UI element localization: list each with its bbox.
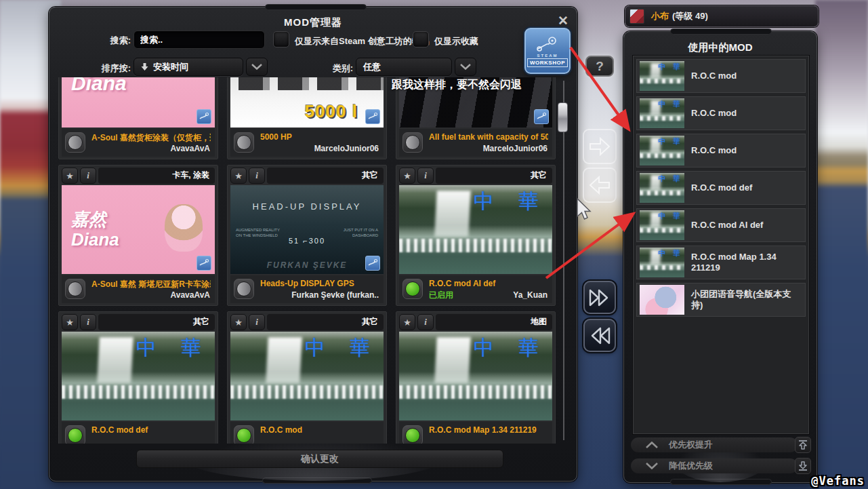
mod-enable-toggle[interactable] [234, 425, 254, 444]
active-mod-item[interactable]: 中 華 R.O.C mod def [636, 171, 806, 205]
mod-category-label: 其它 [436, 168, 552, 184]
toggle-knob [68, 428, 83, 443]
move-to-top-button[interactable] [795, 437, 811, 453]
chevron-up-icon [646, 442, 658, 448]
favorites-filter-checkbox[interactable] [413, 31, 429, 47]
user-badge[interactable]: 小布 (等级 49) [625, 5, 819, 27]
thumbnail-text: 中 華 [474, 334, 548, 362]
favorite-star-button[interactable]: ★ [230, 168, 247, 184]
favorite-star-button[interactable]: ★ [399, 314, 415, 330]
mod-enable-toggle[interactable] [234, 279, 254, 299]
category-dropdown[interactable]: 任意 [356, 58, 452, 76]
raise-priority-button[interactable]: 优先权提升 [631, 437, 798, 452]
raise-priority-label: 优先权提升 [669, 439, 713, 451]
steam-workshop-badge-icon [365, 256, 380, 271]
deactivate-mod-button[interactable] [583, 168, 617, 203]
mod-thumbnail: HEAD-UP DISPLAY AUGMENTED REALITY ON THE… [230, 185, 384, 274]
mod-meta-bar: R.O.C mod AI def 已启用 Ya_Kuan [399, 275, 552, 303]
steam-logo-icon [536, 35, 559, 53]
mod-enable-toggle[interactable] [234, 132, 254, 153]
chevron-down-icon [251, 64, 262, 70]
mod-thumbnail: 嘉然 Diana [62, 185, 215, 274]
sort-label: 排序按: [77, 62, 131, 75]
mod-enable-toggle[interactable] [65, 132, 85, 153]
grid-scrollbar-thumb[interactable] [558, 102, 568, 132]
mod-grid-viewport: ★ i Diana A-Soul 嘉然货柜涂装（仅货柜，适用于scs.. Ava… [58, 77, 556, 444]
mod-info-button[interactable]: i [249, 168, 265, 184]
active-mod-item[interactable]: 小团团语音导航(全版本支持) [636, 283, 806, 317]
help-button[interactable]: ? [585, 56, 614, 77]
mod-enable-toggle[interactable] [65, 279, 85, 299]
mod-card-header: ★ i 其它 [230, 168, 384, 184]
close-button[interactable]: ✕ [558, 14, 569, 28]
mod-meta-bar: 5000 HP MarceloJunior06 [230, 129, 384, 157]
thumbnail-text: 中 華 [658, 248, 683, 258]
mod-category-label: 其它 [267, 168, 384, 184]
active-mod-item[interactable]: 中 華 R.O.C mod Map 1.34 211219 [636, 246, 806, 279]
mod-title: R.O.C mod [260, 425, 379, 435]
mod-author: MarceloJunior06 [314, 144, 379, 153]
thumbnail-text: 中 華 [658, 136, 683, 146]
active-mod-thumbnail: 中 華 [640, 210, 684, 240]
active-mod-thumbnail: 中 華 [640, 98, 684, 128]
mod-info-button[interactable]: i [417, 314, 434, 330]
activate-all-button[interactable] [583, 281, 616, 314]
arrow-right-icon [587, 135, 612, 158]
mod-author: AvavaAvA [171, 144, 210, 153]
mod-enable-toggle[interactable] [402, 425, 423, 444]
active-mod-item[interactable]: 中 華 R.O.C mod [636, 59, 806, 93]
star-icon: ★ [234, 317, 243, 328]
move-to-bottom-button[interactable] [795, 458, 811, 474]
annotation-text: 跟我这样排，要不然会闪退 [392, 78, 522, 92]
mod-enable-toggle[interactable] [402, 132, 423, 153]
mod-title: All fuel tank with capacity of 50000 lit… [429, 132, 548, 142]
thumbnail-text: HEAD-UP DISPLAY [230, 201, 384, 212]
mod-info-button[interactable]: i [80, 314, 96, 330]
favorites-filter-label: 仅显示收藏 [434, 35, 478, 47]
workshop-filter-checkbox[interactable] [273, 31, 289, 47]
active-mod-label: R.O.C mod [691, 71, 741, 81]
active-mod-label: R.O.C mod AI def [691, 220, 767, 231]
active-mod-item[interactable]: 中 華 R.O.C mod [636, 96, 806, 130]
favorite-star-button[interactable]: ★ [62, 314, 78, 330]
panel-bottom-notch [670, 479, 772, 485]
search-input[interactable] [133, 31, 265, 49]
steam-workshop-badge-icon [197, 256, 211, 271]
panel-top-notch [670, 28, 772, 35]
mod-card: ★ i 5000 l 5000 HP MarceloJunior06 [227, 77, 387, 159]
mod-card-header: ★ i 其它 [230, 314, 384, 330]
mod-card: ★ i 其它 HEAD-UP DISPLAY AUGMENTED REALITY… [227, 165, 387, 306]
favorite-star-button[interactable]: ★ [230, 314, 247, 330]
mod-category-label: 卡车, 涂装 [98, 168, 215, 184]
category-expand-button[interactable] [455, 58, 476, 76]
steam-workshop-button[interactable]: STEAM WORKSHOP [524, 28, 571, 74]
mod-thumbnail: 中 華 [62, 332, 215, 420]
sort-expand-button[interactable] [246, 58, 268, 76]
mod-info-button[interactable]: i [80, 168, 96, 184]
star-icon: ★ [66, 317, 74, 328]
active-mod-label: 小团团语音导航(全版本支持) [691, 289, 805, 311]
mod-enable-toggle[interactable] [402, 279, 423, 299]
lower-priority-button[interactable]: 降低优先级 [631, 458, 798, 473]
mod-title: R.O.C mod def [91, 425, 211, 435]
confirm-changes-button[interactable]: 确认更改 [136, 450, 503, 468]
sort-dropdown[interactable]: 安装时间 [133, 58, 243, 76]
toggle-knob [405, 281, 420, 296]
category-label: 类别: [312, 62, 353, 75]
search-label: 搜索: [90, 35, 131, 47]
mod-info-button[interactable]: i [417, 168, 434, 184]
mod-card-header: ★ i 地图 [399, 314, 552, 330]
mod-enable-toggle[interactable] [65, 425, 85, 444]
activate-mod-button[interactable] [583, 129, 617, 164]
toggle-knob [236, 281, 251, 296]
favorite-star-button[interactable]: ★ [62, 168, 78, 184]
mod-title: A-Soul 嘉然货柜涂装（仅货柜，适用于scs.. [91, 132, 211, 144]
active-mod-item[interactable]: 中 華 R.O.C mod [636, 134, 806, 168]
active-mod-item[interactable]: 中 華 R.O.C mod AI def [636, 208, 806, 242]
deactivate-all-button[interactable] [583, 319, 616, 352]
workshop-button-line2: WORKSHOP [527, 58, 568, 67]
mod-info-button[interactable]: i [249, 314, 265, 330]
grid-scrollbar-track[interactable] [563, 81, 564, 440]
favorite-star-button[interactable]: ★ [399, 168, 415, 184]
chevron-down-icon [460, 64, 471, 70]
